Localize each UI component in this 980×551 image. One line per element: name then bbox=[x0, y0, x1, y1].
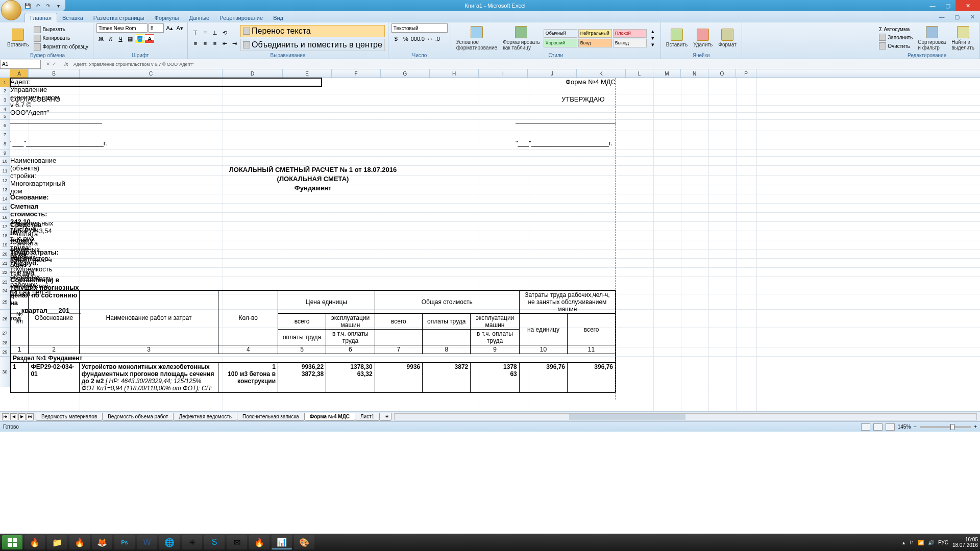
close-button[interactable]: ✕ bbox=[955, 0, 980, 11]
paste-button[interactable]: Вставить bbox=[5, 28, 31, 48]
row-header-22[interactable]: 22 bbox=[0, 268, 10, 277]
sheet-tab-volumes[interactable]: Ведомость объема работ bbox=[102, 413, 174, 421]
taskbar-photoshop[interactable]: Ps bbox=[114, 535, 135, 549]
column-header-H[interactable]: H bbox=[430, 69, 479, 78]
taskbar-word[interactable]: W bbox=[137, 535, 157, 549]
row-header-10[interactable]: 10 bbox=[0, 157, 10, 166]
row-header-15[interactable]: 15 bbox=[0, 204, 10, 213]
tray-language[interactable]: РУС bbox=[938, 540, 948, 545]
decrease-decimal-button[interactable]: ←.0 bbox=[430, 34, 439, 43]
column-header-I[interactable]: I bbox=[479, 69, 528, 78]
column-header-F[interactable]: F bbox=[332, 69, 381, 78]
row-header-7[interactable]: 7 bbox=[0, 131, 10, 138]
row-header-29[interactable]: 29 bbox=[0, 347, 10, 357]
row-header-1[interactable]: 1 bbox=[0, 78, 10, 87]
font-size-combo[interactable]: 8 bbox=[149, 23, 164, 33]
taskbar-app-3[interactable]: ✳ bbox=[182, 535, 202, 549]
taskbar-chrome[interactable]: 🌐 bbox=[159, 535, 180, 549]
row-header-5[interactable]: 5 bbox=[0, 113, 10, 120]
grid-body[interactable]: 1234567891011121314151617181920212223242… bbox=[0, 78, 980, 411]
redo-icon[interactable]: ↷ bbox=[44, 2, 52, 10]
font-name-combo[interactable]: Times New Rom bbox=[96, 23, 148, 33]
sheet-next-button[interactable]: ▶ bbox=[18, 413, 26, 420]
column-header-B[interactable]: B bbox=[29, 69, 80, 78]
tab-data[interactable]: Данные bbox=[184, 13, 214, 22]
conditional-format-button[interactable]: Условное форматирование bbox=[454, 25, 499, 52]
align-bottom-button[interactable]: ⊥ bbox=[210, 28, 219, 37]
shrink-font-button[interactable]: A▾ bbox=[175, 23, 184, 33]
row-header-26[interactable]: 26 bbox=[0, 310, 10, 328]
align-top-button[interactable]: ⊤ bbox=[191, 28, 200, 37]
tray-network-icon[interactable]: 📶 bbox=[918, 540, 924, 545]
italic-button[interactable]: К bbox=[106, 34, 115, 43]
row-header-30[interactable]: 30 bbox=[0, 357, 10, 387]
zoom-thumb[interactable] bbox=[950, 424, 954, 430]
align-right-button[interactable]: ≡ bbox=[210, 39, 219, 48]
bold-button[interactable]: Ж bbox=[96, 34, 106, 43]
tab-review[interactable]: Рецензирование bbox=[214, 13, 268, 22]
taskbar-skype[interactable]: S bbox=[204, 535, 225, 549]
row-header-23[interactable]: 23 bbox=[0, 277, 10, 287]
sheet-prev-button[interactable]: ◀ bbox=[10, 413, 17, 420]
underline-button[interactable]: Ч bbox=[116, 34, 125, 43]
row-header-16[interactable]: 16 bbox=[0, 213, 10, 222]
maximize-button[interactable]: ▢ bbox=[940, 0, 955, 11]
row-header-20[interactable]: 20 bbox=[0, 249, 10, 259]
row-header-24[interactable]: 24 bbox=[0, 287, 10, 294]
tab-formulas[interactable]: Формулы bbox=[150, 13, 184, 22]
row-header-3[interactable]: 3 bbox=[0, 94, 10, 106]
sheet-tab-defects[interactable]: Дефектная ведомость bbox=[173, 413, 237, 421]
sheet-tab-note[interactable]: Пояснительная записка bbox=[237, 413, 305, 421]
styles-row-up-icon[interactable]: ▴ bbox=[649, 29, 656, 35]
ribbon-minimize-button[interactable]: — bbox=[934, 11, 949, 22]
save-icon[interactable]: 💾 bbox=[23, 2, 32, 10]
view-layout-button[interactable] bbox=[873, 423, 883, 431]
qat-customize-icon[interactable]: ▾ bbox=[54, 2, 62, 10]
style-input[interactable]: Ввод bbox=[578, 39, 612, 47]
row-header-11[interactable]: 11 bbox=[0, 166, 10, 176]
merge-center-button[interactable]: Объединить и поместить в центре bbox=[240, 39, 385, 51]
column-header-L[interactable]: L bbox=[626, 69, 653, 78]
tab-home[interactable]: Главная bbox=[24, 13, 57, 22]
orientation-button[interactable]: ⟲ bbox=[220, 28, 229, 37]
row-header-14[interactable]: 14 bbox=[0, 194, 10, 204]
row-header-9[interactable]: 9 bbox=[0, 149, 10, 157]
grow-font-button[interactable]: A▴ bbox=[165, 23, 174, 33]
view-pagebreak-button[interactable] bbox=[886, 423, 895, 431]
styles-more-icon[interactable]: ▾ bbox=[649, 42, 656, 48]
wrap-text-button[interactable]: Перенос текста bbox=[240, 25, 385, 37]
enter-formula-icon[interactable]: ✓ bbox=[52, 61, 56, 67]
number-format-combo[interactable]: Текстовый bbox=[391, 23, 448, 33]
new-sheet-button[interactable]: ✴ bbox=[379, 413, 391, 421]
ribbon-close-button[interactable]: ✕ bbox=[965, 11, 980, 22]
find-select-button[interactable]: Найти и выделить bbox=[949, 25, 976, 52]
format-painter-button[interactable]: Формат по образцу bbox=[32, 43, 90, 51]
row-header-4[interactable]: 4 bbox=[0, 106, 10, 113]
sheet-first-button[interactable]: ⏮ bbox=[2, 413, 9, 420]
taskbar-app-2[interactable]: 🔥 bbox=[69, 535, 90, 549]
column-header-J[interactable]: J bbox=[528, 69, 577, 78]
office-button[interactable] bbox=[1, 0, 21, 20]
style-bad[interactable]: Плохой bbox=[613, 29, 647, 38]
hscroll-thumb[interactable] bbox=[569, 414, 685, 420]
column-header-P[interactable]: P bbox=[736, 69, 756, 78]
increase-indent-button[interactable]: ⇥ bbox=[230, 39, 239, 48]
formula-input[interactable]: Адепт: Управление строительством v 6.7 ©… bbox=[71, 62, 980, 67]
style-good[interactable]: Хороший bbox=[544, 39, 577, 47]
tab-view[interactable]: Вид bbox=[268, 13, 288, 22]
increase-decimal-button[interactable]: .0→ bbox=[421, 34, 430, 43]
fx-icon[interactable]: fx bbox=[61, 61, 71, 67]
taskbar-explorer[interactable]: 📁 bbox=[47, 535, 67, 549]
sheet-tab-materials[interactable]: Ведомость материалов bbox=[36, 413, 103, 421]
taskbar-app-1[interactable]: 🔥 bbox=[24, 535, 45, 549]
percent-button[interactable]: % bbox=[401, 34, 410, 43]
column-header-A[interactable]: A bbox=[10, 69, 29, 78]
border-button[interactable]: ▦ bbox=[126, 34, 135, 43]
column-header-D[interactable]: D bbox=[223, 69, 283, 78]
taskbar-app-4[interactable]: 🔥 bbox=[249, 535, 270, 549]
view-normal-button[interactable] bbox=[861, 423, 870, 431]
zoom-out-button[interactable]: − bbox=[914, 424, 917, 430]
row-header-25[interactable]: 25 bbox=[0, 294, 10, 310]
row-header-8[interactable]: 8 bbox=[0, 138, 10, 149]
column-header-N[interactable]: N bbox=[681, 69, 708, 78]
